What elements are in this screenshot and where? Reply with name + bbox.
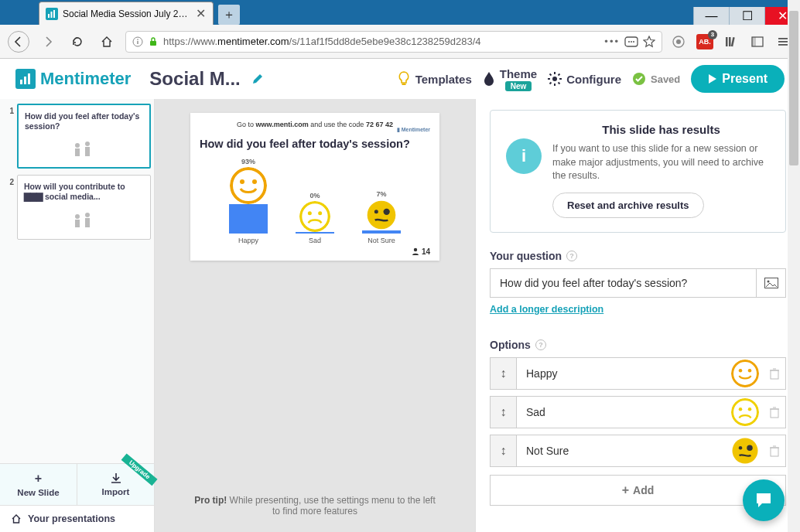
extension-abp-icon[interactable]: AB. 3 [696,34,713,49]
help-icon[interactable]: ? [566,251,577,261]
svg-rect-5 [137,39,138,39]
help-icon[interactable]: ? [535,339,546,350]
theme-link[interactable]: Theme New [483,67,537,91]
svg-rect-66 [771,448,778,456]
nav-back-button[interactable] [8,31,29,53]
happy-face-icon [230,167,267,204]
configure-link[interactable]: Configure [548,72,621,86]
browser-tab[interactable]: Social Media Session July 26th ✕ [39,2,214,25]
templates-link[interactable]: Templates [397,70,472,87]
sad-face-icon [299,201,330,232]
brand-logo[interactable]: Mentimeter [15,69,131,89]
edit-title-icon[interactable] [251,73,264,85]
preview-chart: 93% Happy 0% Sad 7% [200,158,430,244]
info-description: If you want to use this slide for a new … [552,142,770,183]
scrollbar[interactable] [788,99,800,532]
archive-results-button[interactable]: Reset and archive results [552,193,704,218]
add-description-link[interactable]: Add a longer description [490,304,603,315]
svg-point-63 [733,438,758,463]
slide-preview[interactable]: Go to www.menti.com and use the code 72 … [190,113,439,261]
chat-fab-button[interactable] [743,479,785,521]
library-icon[interactable] [723,33,740,50]
delete-option-icon[interactable] [764,406,785,418]
option-input[interactable] [517,406,731,418]
svg-point-51 [384,209,390,215]
new-tab-button[interactable]: ＋ [218,5,240,25]
url-more-icon[interactable]: ••• [604,36,620,47]
drag-handle-icon[interactable]: ↕ [491,435,517,466]
svg-rect-6 [150,41,156,46]
chart-bar: 93% Happy [225,158,272,244]
svg-rect-21 [20,80,22,84]
lightbulb-icon [397,70,411,87]
unsure-face-icon[interactable] [731,437,759,465]
window-minimize-button[interactable]: — [693,7,729,25]
present-button[interactable]: Present [691,65,785,93]
chart-bar: 0% Sad [292,192,338,244]
add-option-button[interactable]: + Add [490,475,786,506]
delete-option-icon[interactable] [764,445,785,457]
sad-face-icon[interactable] [731,398,759,426]
svg-rect-62 [771,409,778,418]
slide-thumbnail[interactable]: How will you contribute to ▇▇▇ social me… [17,175,151,240]
nav-home-button[interactable] [96,31,118,53]
svg-line-31 [559,83,560,84]
option-input[interactable] [517,445,731,457]
svg-line-32 [550,83,552,84]
svg-point-46 [301,203,330,231]
svg-point-55 [733,360,758,386]
preview-pane: Go to www.menti.com and use the code 72 … [155,99,475,532]
settings-panel: i This slide has results If you want to … [475,99,800,532]
import-button[interactable]: Import Upgrade [77,464,154,505]
svg-point-9 [631,41,632,43]
option-input[interactable] [517,367,731,380]
info-icon [132,36,143,47]
new-slide-button[interactable]: + New Slide [0,464,77,505]
delete-option-icon[interactable] [764,367,785,380]
new-badge: New [505,81,532,91]
slide-number: 1 [3,104,14,169]
svg-point-64 [739,446,743,450]
svg-point-25 [552,77,557,81]
happy-face-icon[interactable] [731,360,759,387]
tab-close-icon[interactable]: ✕ [194,8,207,20]
unsure-face-icon [366,200,397,230]
question-input[interactable] [491,269,756,297]
svg-point-49 [368,201,396,230]
lock-icon [148,36,159,47]
tab-title: Social Media Session July 26th [63,9,190,19]
svg-rect-38 [85,147,90,156]
svg-point-45 [252,179,257,184]
plus-icon: + [35,472,42,486]
option-row: ↕ [490,357,786,390]
slide-thumbnail[interactable]: How did you feel after today's session? [17,104,151,169]
option-row: ↕ [490,435,786,467]
brand-name: Mentimeter [40,69,131,89]
reader-icon[interactable] [624,36,638,47]
svg-rect-23 [28,73,30,84]
svg-point-44 [240,179,244,184]
svg-point-52 [414,248,417,251]
url-bar: https://www.mentimeter.com/s/11af1f5dd8d… [0,25,800,59]
url-field[interactable]: https://www.mentimeter.com/s/11af1f5dd8d… [125,31,662,53]
bookmark-star-icon[interactable] [643,36,655,48]
scrollbar-thumb[interactable] [789,99,798,165]
add-image-button[interactable] [756,269,785,297]
options-label: Options ? [490,339,786,351]
slide-list: 1 How did you feel after today's session… [0,99,154,463]
check-circle-icon [632,72,646,86]
nav-forward-button[interactable] [37,31,59,53]
window-maximize-button[interactable]: ☐ [729,7,764,25]
your-presentations-link[interactable]: Your presentations [0,505,154,532]
brand-mark-icon [15,69,36,89]
extension-ghostery-icon[interactable] [670,33,687,50]
drag-handle-icon[interactable]: ↕ [491,358,517,389]
drag-handle-icon[interactable]: ↕ [491,397,517,428]
svg-rect-4 [137,41,138,44]
saved-status: Saved [632,72,680,86]
svg-point-35 [75,143,80,148]
sidebar-toggle-icon[interactable] [749,33,766,50]
person-icon [412,247,419,255]
info-title: This slide has results [552,123,770,136]
nav-reload-button[interactable] [67,31,88,53]
